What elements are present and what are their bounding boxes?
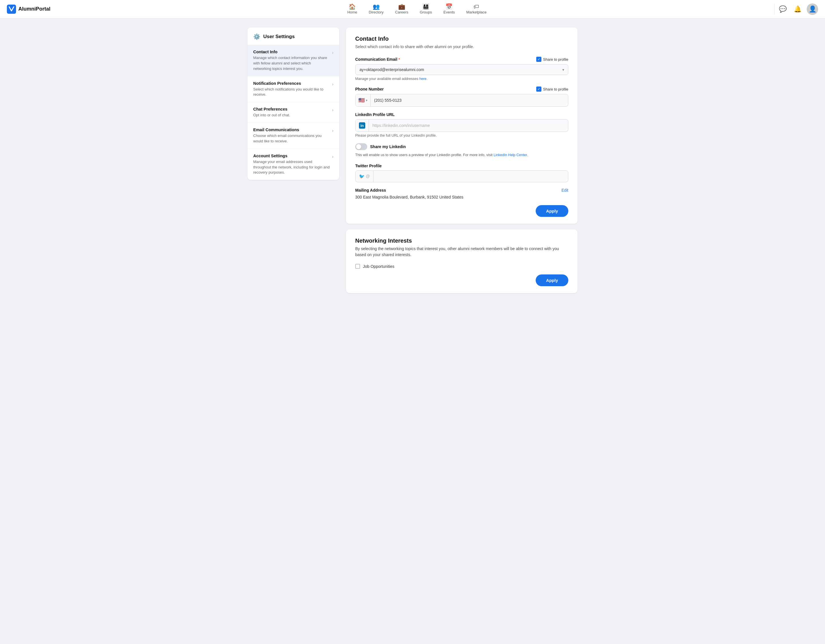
linkedin-help-center-link[interactable]: LinkedIn Help Center — [494, 153, 527, 157]
checkbox-checked-icon-email: ✓ — [536, 57, 541, 62]
twitter-at-symbol: @ — [366, 174, 370, 179]
nav-item-events-label: Events — [443, 10, 455, 14]
nav-item-groups-label: Groups — [420, 10, 432, 14]
twitter-profile-label: Twitter Profile — [355, 164, 382, 168]
mailing-address-edit-link[interactable]: Edit — [561, 188, 569, 193]
contact-info-apply-button[interactable]: Apply — [536, 205, 569, 217]
chevron-right-icon-5: › — [332, 154, 334, 159]
sidebar-item-account-desc: Manage your email addresses used through… — [253, 159, 330, 176]
sidebar-item-chat-title: Chat Preferences — [253, 107, 330, 111]
required-star: * — [399, 57, 400, 62]
nav-divider — [774, 3, 775, 15]
mailing-address-label: Mailing Address — [355, 188, 386, 193]
careers-icon: 💼 — [398, 4, 405, 9]
sidebar-item-notification-content: Notification Preferences Select which no… — [253, 81, 330, 98]
phone-flag-button[interactable]: 🇺🇸 ▾ — [355, 94, 371, 106]
notifications-button[interactable]: 🔔 — [792, 3, 803, 15]
networking-interests-apply-btn-row: Apply — [355, 275, 569, 286]
sidebar-item-notification-preferences[interactable]: Notification Preferences Select which no… — [247, 77, 339, 103]
sidebar-title: User Settings — [263, 34, 295, 40]
phone-input[interactable] — [371, 95, 568, 105]
gear-icon: ⚙️ — [253, 33, 260, 40]
marketplace-icon: 🏷 — [474, 4, 479, 9]
networking-item-job-opportunities[interactable]: Job Opportunities — [355, 264, 569, 269]
sidebar-item-chat-content: Chat Preferences Opt into or out of chat… — [253, 107, 330, 118]
twitter-bird-icon: 🐦 — [359, 174, 365, 179]
nav-item-events[interactable]: 📅 Events — [439, 2, 459, 17]
twitter-input[interactable] — [374, 171, 568, 181]
home-icon: 🏠 — [349, 4, 356, 9]
mailing-address-label-row: Mailing Address Edit — [355, 188, 569, 193]
sidebar-item-contact-info-content: Contact Info Manage which contact inform… — [253, 49, 330, 72]
nav-item-careers[interactable]: 💼 Careers — [391, 2, 413, 17]
sidebar-item-email-communications[interactable]: Email Communications Choose which email … — [247, 123, 339, 149]
sidebar-item-account-content: Account Settings Manage your email addre… — [253, 154, 330, 176]
phone-dropdown-arrow-icon: ▾ — [366, 99, 368, 102]
linkedin-icon-wrap: in — [355, 119, 369, 131]
twitter-icon-wrap: 🐦 @ — [355, 171, 374, 182]
chevron-right-icon-2: › — [332, 82, 334, 87]
linkedin-helper-text: Please provide the full URL of your Link… — [355, 133, 569, 137]
checkbox-unchecked-icon — [355, 264, 360, 269]
chevron-right-icon-3: › — [332, 107, 334, 113]
nav-item-careers-label: Careers — [395, 10, 408, 14]
communication-email-label: Communication Email * — [355, 57, 400, 62]
sidebar-item-contact-info[interactable]: Contact Info Manage which contact inform… — [247, 45, 339, 77]
nav-item-groups[interactable]: 👨‍👩‍👧‍👦 Groups — [415, 2, 437, 17]
events-icon: 📅 — [445, 4, 453, 9]
linkedin-input-row: in — [355, 119, 569, 132]
mailing-address-group: Mailing Address Edit 300 East Magnolia B… — [355, 188, 569, 199]
groups-icon: 👨‍👩‍👧‍👦 — [422, 4, 429, 9]
sidebar: ⚙️ User Settings Contact Info Manage whi… — [247, 28, 339, 180]
share-linkedin-group: Share my Linkedin This will enable us to… — [355, 143, 569, 158]
linkedin-url-input[interactable] — [369, 120, 568, 131]
twitter-input-row: 🐦 @ — [355, 170, 569, 182]
navbar-actions: 💬 🔔 👤 — [777, 3, 818, 15]
job-opportunities-label: Job Opportunities — [363, 264, 394, 269]
phone-number-group: Phone Number ✓ Share to profile 🇺🇸 ▾ — [355, 86, 569, 107]
chat-button[interactable]: 💬 — [777, 3, 788, 15]
nav-item-marketplace[interactable]: 🏷 Marketplace — [462, 2, 491, 17]
share-to-profile-phone-label: Share to profile — [543, 87, 569, 91]
email-helper-text: Manage your available email addresses he… — [355, 77, 569, 81]
communication-email-label-row: Communication Email * ✓ Share to profile — [355, 57, 569, 62]
phone-input-row: 🇺🇸 ▾ — [355, 94, 569, 107]
email-select[interactable]: ay+oktaprod@enterprisealumni.com — [355, 64, 569, 75]
toggle-thumb — [356, 144, 361, 149]
email-helper-link[interactable]: here — [419, 77, 426, 81]
sidebar-header: ⚙️ User Settings — [247, 28, 339, 45]
sidebar-item-contact-info-title: Contact Info — [253, 49, 330, 54]
main-content: Contact Info Select which contact info t… — [346, 28, 578, 293]
nav-item-home-label: Home — [347, 10, 357, 14]
linkedin-icon: in — [359, 122, 365, 129]
linkedin-url-label: LinkedIn Profile URL — [355, 112, 395, 117]
share-linkedin-toggle[interactable] — [355, 143, 367, 150]
brand[interactable]: AlumniPortal — [7, 5, 50, 14]
us-flag-icon: 🇺🇸 — [358, 97, 365, 103]
linkedin-url-group: LinkedIn Profile URL in Please provide t… — [355, 112, 569, 137]
share-linkedin-desc: This will enable us to show users a prev… — [355, 152, 569, 158]
share-linkedin-toggle-row: Share my Linkedin — [355, 143, 569, 150]
sidebar-item-account-settings[interactable]: Account Settings Manage your email addre… — [247, 149, 339, 180]
contact-info-subtitle: Select which contact info to share with … — [355, 44, 569, 50]
sidebar-item-chat-preferences[interactable]: Chat Preferences Opt into or out of chat… — [247, 102, 339, 123]
nav-menu: 🏠 Home 👥 Directory 💼 Careers 👨‍👩‍👧‍👦 Gro… — [62, 2, 772, 17]
twitter-profile-group: Twitter Profile 🐦 @ — [355, 164, 569, 182]
user-avatar-button[interactable]: 👤 — [806, 3, 818, 15]
share-to-profile-phone-checkbox[interactable]: ✓ Share to profile — [536, 86, 569, 92]
nav-item-home[interactable]: 🏠 Home — [343, 2, 362, 17]
nav-item-directory[interactable]: 👥 Directory — [364, 2, 388, 17]
svg-rect-0 — [7, 5, 16, 14]
contact-info-card: Contact Info Select which contact info t… — [346, 28, 578, 224]
sidebar-item-contact-info-desc: Manage which contact information you sha… — [253, 55, 330, 72]
nav-item-marketplace-label: Marketplace — [467, 10, 487, 14]
navbar: AlumniPortal 🏠 Home 👥 Directory 💼 Career… — [0, 0, 825, 19]
sidebar-item-chat-desc: Opt into or out of chat. — [253, 113, 330, 118]
chevron-right-icon-4: › — [332, 128, 334, 133]
mailing-address-value: 300 East Magnolia Boulevard, Burbank, 91… — [355, 195, 569, 199]
share-to-profile-email-checkbox[interactable]: ✓ Share to profile — [536, 57, 569, 62]
sidebar-item-email-desc: Choose which email communications you wo… — [253, 133, 330, 144]
networking-interests-apply-button[interactable]: Apply — [536, 275, 569, 286]
sidebar-item-notification-desc: Select which notifications you would lik… — [253, 87, 330, 98]
sidebar-item-email-title: Email Communications — [253, 128, 330, 132]
